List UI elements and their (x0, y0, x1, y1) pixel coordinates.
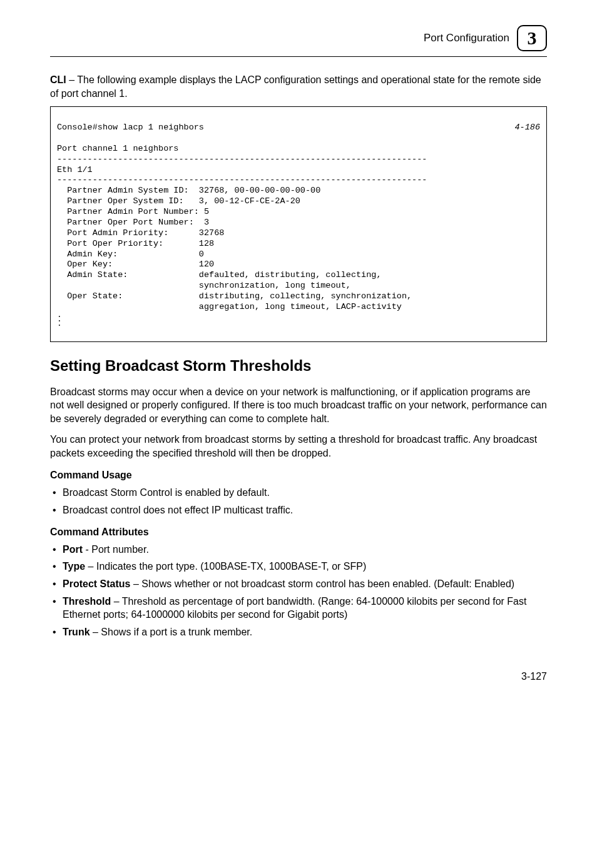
cli-row: Admin State: defaulted, distributing, co… (57, 270, 381, 280)
chapter-badge: 3 (517, 25, 547, 51)
list-item: Broadcast control does not effect IP mul… (51, 503, 547, 517)
list-item: Type – Indicates the port type. (100BASE… (51, 560, 547, 573)
cli-row: Partner Admin System ID: 32768, 00-00-00… (57, 186, 320, 195)
attr-desc: – Shows if a port is a trunk member. (90, 627, 253, 637)
cli-output-box: Console#show lacp 1 neighbors4-186 Port … (50, 106, 547, 342)
list-item: Broadcast Storm Control is enabled by de… (51, 486, 547, 500)
attr-name: Trunk (63, 627, 90, 637)
list-item: Protect Status – Shows whether or not br… (51, 577, 547, 591)
list-item: Port - Port number. (51, 543, 547, 557)
cli-row: Oper State: distributing, collecting, sy… (57, 291, 412, 301)
attr-name: Protect Status (63, 578, 130, 589)
cli-ellipsis: . . . (57, 313, 540, 326)
page-number: 3-127 (50, 670, 547, 684)
page-header: Port Configuration 3 (50, 25, 547, 51)
intro-cli-label: CLI (50, 74, 66, 85)
cli-eth: Eth 1/1 (57, 165, 93, 174)
header-label: Port Configuration (424, 31, 509, 46)
attr-desc: – Indicates the port type. (100BASE-TX, … (85, 561, 366, 572)
cli-row: Partner Oper System ID: 3, 00-12-CF-CE-2… (57, 196, 300, 206)
cli-row: aggregation, long timeout, LACP-activity (57, 302, 402, 311)
body-paragraph: Broadcast storms may occur when a device… (50, 385, 547, 426)
body-paragraph: You can protect your network from broadc… (50, 433, 547, 460)
cli-row: Partner Oper Port Number: 3 (57, 218, 209, 227)
cli-row: Port Admin Priority: 32768 (57, 228, 224, 238)
attr-name: Type (63, 561, 85, 572)
command-attributes-heading: Command Attributes (50, 525, 547, 539)
attr-name: Port (63, 544, 83, 555)
list-item: Trunk – Shows if a port is a trunk membe… (51, 625, 547, 639)
list-item: Threshold – Threshold as percentage of p… (51, 595, 547, 622)
intro-paragraph: CLI – The following example displays the… (50, 73, 547, 100)
attr-desc: – Shows whether or not broadcast storm c… (130, 578, 514, 589)
attr-desc: - Port number. (83, 544, 149, 555)
cli-page-ref: 4-186 (514, 123, 540, 133)
section-title: Setting Broadcast Storm Thresholds (50, 356, 547, 376)
header-rule (50, 56, 547, 57)
command-usage-heading: Command Usage (50, 468, 547, 482)
intro-text: – The following example displays the LAC… (50, 74, 541, 99)
cli-divider: ----------------------------------------… (57, 175, 427, 184)
cli-row: Oper Key: 120 (57, 260, 214, 269)
usage-bullet-list: Broadcast Storm Control is enabled by de… (50, 486, 547, 517)
cli-command: Console#show lacp 1 neighbors (57, 123, 204, 133)
cli-row: Port Oper Priority: 128 (57, 239, 214, 248)
cli-row: synchronization, long timeout, (57, 281, 351, 290)
attr-desc: – Threshold as percentage of port bandwi… (63, 596, 526, 620)
cli-divider: ----------------------------------------… (57, 154, 427, 164)
attributes-bullet-list: Port - Port number. Type – Indicates the… (50, 543, 547, 639)
cli-row: Partner Admin Port Number: 5 (57, 207, 209, 216)
cli-line: Port channel 1 neighbors (57, 144, 178, 153)
cli-row: Admin Key: 0 (57, 250, 204, 259)
attr-name: Threshold (63, 596, 111, 607)
